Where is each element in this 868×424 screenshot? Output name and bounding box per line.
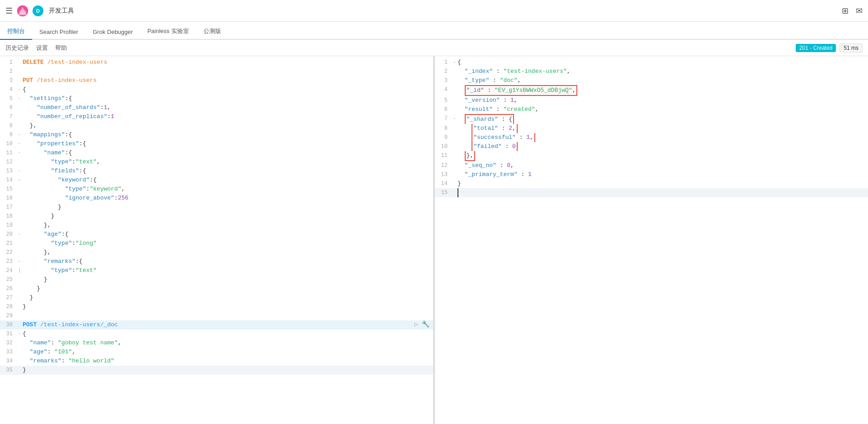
table-row: 1 - { <box>435 58 868 67</box>
settings-button[interactable]: 设置 <box>36 44 48 52</box>
table-row: 7 "number_of_replicas":1 <box>0 112 433 121</box>
tab-bar: 控制台 Search Profiler Grok Debugger Painle… <box>0 22 868 40</box>
mail-icon[interactable]: ✉ <box>856 6 863 16</box>
table-row: 22 }, <box>0 248 433 257</box>
right-output-pane: 1 - { 2 "_index" : "test-index-users", 3… <box>435 56 868 424</box>
table-row: 2 <box>0 67 433 76</box>
table-row: 1 DELETE /test-index-users <box>0 58 433 67</box>
table-row: 13 - "fields":{ <box>0 167 433 176</box>
right-code-area: 1 - { 2 "_index" : "test-index-users", 3… <box>435 56 868 199</box>
left-code-area: 1 DELETE /test-index-users 2 3 PUT /test… <box>0 56 433 376</box>
app-title: 开发工具 <box>49 7 74 15</box>
table-row: 26 } <box>0 284 433 293</box>
status-badge: 201 - Created <box>796 44 836 52</box>
table-row: 9 "successful" : 1, <box>435 133 868 142</box>
table-row: 17 } <box>0 203 433 212</box>
table-row: 32 "name": "goboy test name", <box>0 338 433 348</box>
toolbar-right: 201 - Created 51 ms <box>796 43 863 52</box>
table-row: 30 POST /test-index-users/_doc ▷ 🔧 <box>0 320 433 329</box>
table-row: 8 }, <box>0 121 433 130</box>
table-row: 13 "_primary_term" : 1 <box>435 170 868 179</box>
table-row: 12 "_seq_no" : 0, <box>435 161 868 170</box>
table-row: 15 <box>435 188 868 197</box>
table-row: 27 } <box>0 293 433 302</box>
table-row: 24 │ "type":"text" <box>0 266 433 275</box>
time-badge: 51 ms <box>840 43 863 52</box>
table-row: 5 - "settings":{ <box>0 94 433 103</box>
table-row: 5 "_version" : 1, <box>435 96 868 105</box>
table-row: 14 - "keyword":{ <box>0 176 433 185</box>
table-row: 3 "_type" : "doc", <box>435 76 868 85</box>
table-row: 23 - "remarks":{ <box>0 257 433 266</box>
table-row: 19 }, <box>0 221 433 230</box>
table-row: 9 - "mappings":{ <box>0 130 433 139</box>
table-row: 16 "ignore_above":256 <box>0 194 433 203</box>
table-row: 31 - { <box>0 329 433 338</box>
top-bar-right: ⊞ ✉ <box>842 6 863 16</box>
kibana-logo <box>16 5 29 17</box>
table-row: 20 - "age":{ <box>0 230 433 239</box>
table-row: 21 "type":"long" <box>0 239 433 248</box>
hamburger-icon[interactable]: ☰ <box>5 6 13 16</box>
table-row: 15 "type":"keyword", <box>0 185 433 194</box>
tools-icon[interactable]: 🔧 <box>422 320 429 328</box>
main-content: 1 DELETE /test-index-users 2 3 PUT /test… <box>0 56 868 424</box>
history-button[interactable]: 历史记录 <box>5 44 29 52</box>
extensions-icon[interactable]: ⊞ <box>842 6 849 16</box>
line-actions: ▷ 🔧 <box>415 320 433 328</box>
table-row: 14 } <box>435 179 868 188</box>
table-row: 29 <box>0 311 433 320</box>
user-avatar: D <box>33 5 43 16</box>
table-row: 4 "_id" : "EV_g1YsBWWxO5_dDBjwQ", <box>435 85 868 96</box>
table-row: 4 - { <box>0 85 433 94</box>
table-row: 10 - "properties":{ <box>0 139 433 148</box>
table-row: 35 } <box>0 366 433 375</box>
table-row: 6 "number_of_shards":1, <box>0 103 433 112</box>
table-row: 33 "age": "101", <box>0 348 433 357</box>
table-row: 8 "total" : 2, <box>435 124 868 133</box>
run-icon[interactable]: ▷ <box>415 320 418 328</box>
table-row: 34 "remarks": "hello world" <box>0 357 433 366</box>
tab-console[interactable]: 控制台 <box>0 24 32 40</box>
table-row: 10 "failed" : 0 <box>435 142 868 151</box>
table-row: 7 - "_shards" : { <box>435 114 868 124</box>
table-row: 6 "result" : "created", <box>435 105 868 114</box>
table-row: 11 }, <box>435 151 868 161</box>
table-row: 25 } <box>0 275 433 284</box>
help-button[interactable]: 帮助 <box>55 44 67 52</box>
table-row: 3 PUT /test-index-users <box>0 76 433 85</box>
toolbar: 历史记录 设置 帮助 201 - Created 51 ms <box>0 40 868 56</box>
table-row: 18 } <box>0 212 433 221</box>
tab-grok-debugger[interactable]: Grok Debugger <box>85 25 140 40</box>
top-bar: ☰ D 开发工具 ⊞ ✉ <box>0 0 868 22</box>
tab-search-profiler[interactable]: Search Profiler <box>32 25 85 40</box>
tab-painless-lab[interactable]: Painless 实验室 <box>140 24 196 40</box>
table-row: 2 "_index" : "test-index-users", <box>435 67 868 76</box>
table-row: 12 "type":"text", <box>0 157 433 167</box>
table-row: 28 } <box>0 302 433 311</box>
tab-beta-label: 公测版 <box>203 28 221 34</box>
left-editor-pane[interactable]: 1 DELETE /test-index-users 2 3 PUT /test… <box>0 56 435 424</box>
tab-beta[interactable]: 公测版 <box>196 24 228 40</box>
table-row: 11 - "name":{ <box>0 148 433 157</box>
